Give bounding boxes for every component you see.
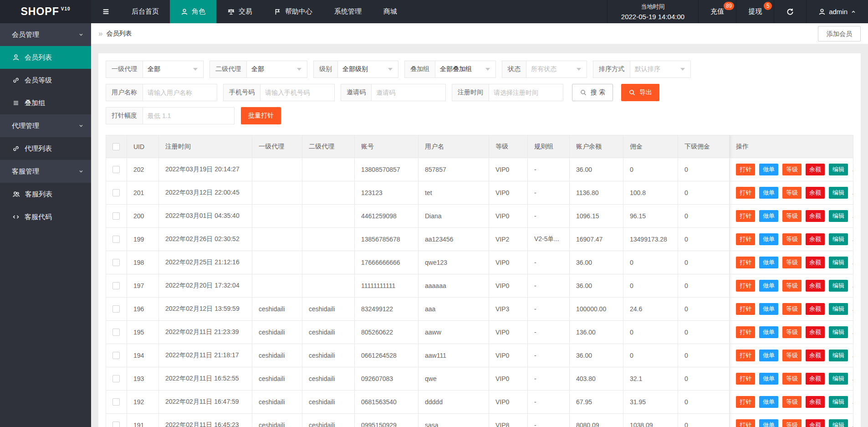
sidebar-item-overlay-group[interactable]: 叠加组 bbox=[0, 92, 91, 114]
action-edit-button[interactable]: 编辑 bbox=[829, 303, 848, 315]
filter-select-level[interactable]: 级别全部级别 bbox=[313, 61, 398, 78]
action-balance-button[interactable]: 余额 bbox=[806, 303, 825, 315]
action-level-button[interactable]: 等级 bbox=[782, 373, 802, 385]
action-edit-button[interactable]: 编辑 bbox=[829, 396, 848, 408]
more-actions[interactable]: ... bbox=[852, 328, 853, 335]
action-edit-button[interactable]: 编辑 bbox=[829, 233, 848, 245]
row-checkbox[interactable] bbox=[112, 212, 120, 220]
sidebar-item-service-code[interactable]: 客服代码 bbox=[0, 206, 91, 228]
sidebar-item-member-level[interactable]: 会员等级 bbox=[0, 69, 91, 92]
action-balance-button[interactable]: 余额 bbox=[806, 373, 825, 385]
action-level-button[interactable]: 等级 bbox=[782, 257, 802, 268]
top-menu-item-help-center[interactable]: 帮助中心 bbox=[263, 0, 323, 23]
more-actions[interactable]: ... bbox=[852, 235, 853, 242]
action-edit-button[interactable]: 编辑 bbox=[829, 350, 848, 361]
action-level-button[interactable]: 等级 bbox=[782, 396, 802, 408]
row-checkbox[interactable] bbox=[112, 375, 120, 382]
more-actions[interactable]: ... bbox=[852, 398, 853, 405]
filter-select-sort[interactable]: 排序方式默认排序 bbox=[593, 61, 691, 78]
action-balance-button[interactable]: 余额 bbox=[806, 280, 825, 292]
action-level-button[interactable]: 等级 bbox=[782, 350, 802, 361]
action-level-button[interactable]: 等级 bbox=[782, 210, 802, 222]
action-edit-button[interactable]: 编辑 bbox=[829, 187, 848, 199]
refresh-button[interactable] bbox=[774, 0, 806, 23]
action-balance-button[interactable]: 余额 bbox=[806, 350, 825, 361]
action-inject-button[interactable]: 打针 bbox=[736, 373, 755, 385]
more-actions[interactable]: ... bbox=[852, 212, 853, 219]
more-actions[interactable]: ... bbox=[852, 305, 853, 312]
action-inject-button[interactable]: 打针 bbox=[736, 210, 755, 222]
action-balance-button[interactable]: 余额 bbox=[806, 187, 825, 199]
withdraw-button[interactable]: 提现 5 bbox=[736, 0, 774, 23]
action-level-button[interactable]: 等级 bbox=[782, 419, 802, 427]
action-balance-button[interactable]: 余额 bbox=[806, 396, 825, 408]
action-balance-button[interactable]: 余额 bbox=[806, 164, 825, 175]
action-balance-button[interactable]: 余额 bbox=[806, 233, 825, 245]
phone-input[interactable] bbox=[260, 84, 334, 101]
search-button[interactable]: 搜 索 bbox=[572, 84, 613, 101]
filter-select-overlay-group[interactable]: 叠加组全部叠加组 bbox=[404, 61, 496, 78]
action-balance-button[interactable]: 余额 bbox=[806, 210, 825, 222]
top-menu-item-mall[interactable]: 商城 bbox=[373, 0, 408, 23]
action-order-button[interactable]: 做单 bbox=[759, 396, 778, 408]
more-actions[interactable]: ... bbox=[852, 282, 853, 289]
top-menu-item-system[interactable]: 系统管理 bbox=[323, 0, 373, 23]
filter-select-second-agent[interactable]: 二级代理全部 bbox=[209, 61, 307, 78]
sidebar-item-agent-management[interactable]: 代理管理 bbox=[0, 114, 91, 137]
action-order-button[interactable]: 做单 bbox=[759, 210, 778, 222]
add-member-button[interactable]: 添加会员 bbox=[818, 26, 861, 41]
top-menu-item-roles[interactable]: 角色 bbox=[170, 0, 216, 23]
action-order-button[interactable]: 做单 bbox=[759, 233, 778, 245]
filter-select-first-agent[interactable]: 一级代理全部 bbox=[106, 61, 204, 78]
row-checkbox[interactable] bbox=[112, 329, 120, 336]
top-menu-item-trade[interactable]: 交易 bbox=[216, 0, 263, 23]
more-actions[interactable]: ... bbox=[852, 421, 853, 427]
action-inject-button[interactable]: 打针 bbox=[736, 187, 755, 199]
sidebar-item-service-list[interactable]: 客服列表 bbox=[0, 183, 91, 206]
action-edit-button[interactable]: 编辑 bbox=[829, 326, 848, 338]
action-edit-button[interactable]: 编辑 bbox=[829, 373, 848, 385]
action-inject-button[interactable]: 打针 bbox=[736, 280, 755, 292]
action-edit-button[interactable]: 编辑 bbox=[829, 419, 848, 427]
more-actions[interactable]: ... bbox=[852, 189, 853, 196]
register-time-input[interactable] bbox=[489, 84, 563, 101]
action-inject-button[interactable]: 打针 bbox=[736, 396, 755, 408]
row-checkbox[interactable] bbox=[112, 398, 120, 406]
action-inject-button[interactable]: 打针 bbox=[736, 350, 755, 361]
action-order-button[interactable]: 做单 bbox=[759, 326, 778, 338]
action-order-button[interactable]: 做单 bbox=[759, 257, 778, 268]
more-actions[interactable]: ... bbox=[852, 351, 853, 359]
action-order-button[interactable]: 做单 bbox=[759, 350, 778, 361]
action-balance-button[interactable]: 余额 bbox=[806, 419, 825, 427]
sidebar-item-member-management[interactable]: 会员管理 bbox=[0, 23, 91, 46]
action-inject-button[interactable]: 打针 bbox=[736, 303, 755, 315]
sidebar-item-member-list[interactable]: 会员列表 bbox=[0, 46, 91, 69]
action-inject-button[interactable]: 打针 bbox=[736, 326, 755, 338]
action-inject-button[interactable]: 打针 bbox=[736, 164, 755, 175]
action-level-button[interactable]: 等级 bbox=[782, 187, 802, 199]
top-menu-item-home[interactable]: 后台首页 bbox=[121, 0, 170, 23]
action-order-button[interactable]: 做单 bbox=[759, 187, 778, 199]
inject-range-input[interactable] bbox=[143, 108, 234, 124]
action-level-button[interactable]: 等级 bbox=[782, 164, 802, 175]
action-inject-button[interactable]: 打针 bbox=[736, 257, 755, 268]
user-menu[interactable]: admin bbox=[806, 0, 868, 23]
more-actions[interactable]: ... bbox=[852, 258, 853, 266]
action-level-button[interactable]: 等级 bbox=[782, 303, 802, 315]
filter-select-status[interactable]: 状态所有状态 bbox=[502, 61, 587, 78]
recharge-button[interactable]: 充值 89 bbox=[698, 0, 736, 23]
action-inject-button[interactable]: 打针 bbox=[736, 419, 755, 427]
row-checkbox[interactable] bbox=[112, 236, 120, 243]
row-checkbox[interactable] bbox=[112, 166, 120, 173]
row-checkbox[interactable] bbox=[112, 189, 120, 196]
action-edit-button[interactable]: 编辑 bbox=[829, 164, 848, 175]
action-order-button[interactable]: 做单 bbox=[759, 280, 778, 292]
action-level-button[interactable]: 等级 bbox=[782, 280, 802, 292]
row-checkbox[interactable] bbox=[112, 259, 120, 266]
username-input[interactable] bbox=[143, 84, 217, 101]
sidebar-item-agent-list[interactable]: 代理列表 bbox=[0, 137, 91, 160]
action-order-button[interactable]: 做单 bbox=[759, 419, 778, 427]
row-checkbox[interactable] bbox=[112, 305, 120, 313]
select-all-checkbox[interactable] bbox=[112, 143, 120, 150]
action-balance-button[interactable]: 余额 bbox=[806, 326, 825, 338]
